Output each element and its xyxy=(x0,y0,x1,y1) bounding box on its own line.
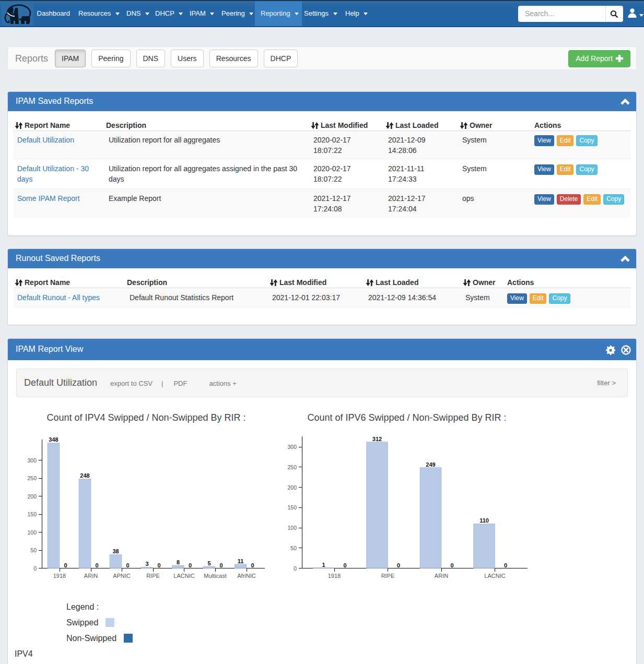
svg-text:RIPE: RIPE xyxy=(146,573,160,579)
svg-text:0: 0 xyxy=(343,562,346,568)
svg-text:100: 100 xyxy=(27,529,37,536)
svg-text:8: 8 xyxy=(177,559,180,565)
svg-text:0: 0 xyxy=(294,565,297,572)
svg-text:ARIN: ARIN xyxy=(84,573,98,579)
svg-text:Count of IPV6 Swipped / Non-Sw: Count of IPV6 Swipped / Non-Swipped By R… xyxy=(307,412,506,423)
svg-text:5: 5 xyxy=(207,560,210,566)
svg-text:250: 250 xyxy=(27,475,37,481)
svg-text:0: 0 xyxy=(504,562,507,568)
svg-text:RIPE: RIPE xyxy=(381,573,395,579)
svg-text:100: 100 xyxy=(287,525,297,531)
svg-text:ARIN: ARIN xyxy=(435,573,448,579)
svg-text:1918: 1918 xyxy=(328,573,341,579)
svg-text:200: 200 xyxy=(27,493,37,500)
svg-text:150: 150 xyxy=(27,511,37,517)
svg-text:200: 200 xyxy=(287,484,297,491)
svg-text:0: 0 xyxy=(189,562,192,568)
svg-text:110: 110 xyxy=(479,517,489,524)
svg-text:LACNIC: LACNIC xyxy=(173,573,194,579)
svg-text:3: 3 xyxy=(145,561,148,567)
svg-text:1918: 1918 xyxy=(53,573,66,579)
svg-text:APNIC: APNIC xyxy=(113,573,131,579)
svg-text:150: 150 xyxy=(287,504,297,511)
svg-text:Count of IPV4 Swipped / Non-Sw: Count of IPV4 Swipped / Non-Swipped By R… xyxy=(46,412,245,423)
svg-text:0: 0 xyxy=(251,562,254,568)
svg-text:300: 300 xyxy=(27,457,37,464)
svg-text:0: 0 xyxy=(450,562,453,568)
svg-text:248: 248 xyxy=(80,472,89,479)
svg-text:50: 50 xyxy=(30,547,37,553)
svg-text:249: 249 xyxy=(426,461,435,468)
svg-text:11: 11 xyxy=(238,558,244,564)
svg-text:0: 0 xyxy=(95,562,98,568)
svg-text:0: 0 xyxy=(157,562,160,568)
svg-text:38: 38 xyxy=(112,548,119,554)
svg-text:0: 0 xyxy=(33,565,37,572)
svg-text:312: 312 xyxy=(372,436,382,442)
svg-text:1: 1 xyxy=(322,562,325,568)
svg-text:348: 348 xyxy=(49,436,58,443)
svg-text:AfriNIC: AfriNIC xyxy=(237,573,256,579)
svg-text:250: 250 xyxy=(287,464,297,470)
svg-text:0: 0 xyxy=(64,562,67,568)
svg-text:0: 0 xyxy=(219,562,223,568)
svg-text:Multicast: Multicast xyxy=(204,573,226,579)
svg-text:300: 300 xyxy=(287,444,297,450)
svg-text:LACNIC: LACNIC xyxy=(484,573,505,579)
svg-text:0: 0 xyxy=(126,562,129,568)
svg-text:0: 0 xyxy=(397,562,400,568)
svg-text:50: 50 xyxy=(290,545,297,551)
